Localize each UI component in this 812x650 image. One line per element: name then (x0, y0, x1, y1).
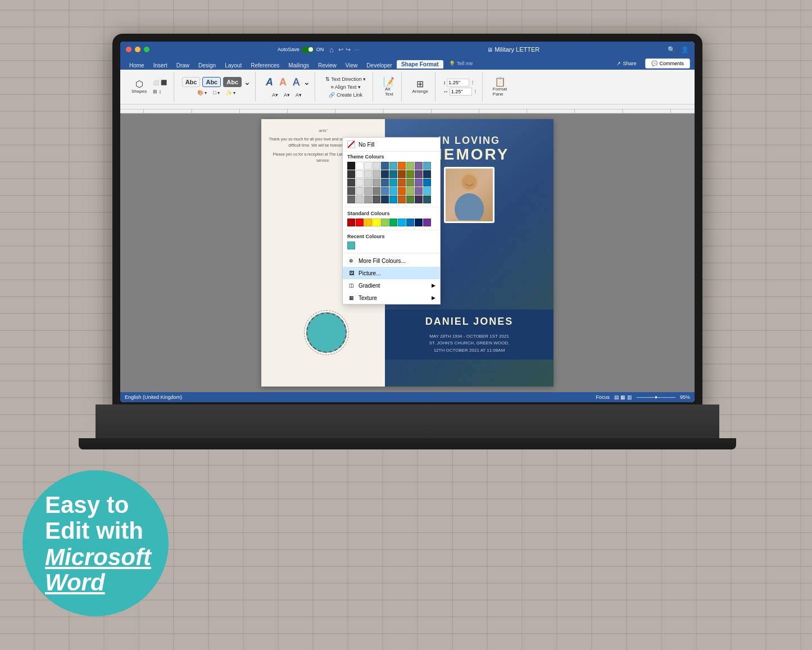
format-pane-btn[interactable]: 📋 FormatPane (491, 76, 509, 98)
account-icon[interactable]: 👤 (681, 46, 689, 53)
align-text-btn[interactable]: ≡ Align Text ▾ (328, 83, 363, 91)
style-more-btn[interactable]: ⌄ (244, 78, 251, 87)
theme-color-swatch[interactable] (381, 187, 389, 195)
theme-color-swatch[interactable] (423, 170, 431, 178)
style-abc2[interactable]: Abc (202, 77, 221, 87)
standard-color-swatch[interactable] (406, 219, 414, 226)
standard-color-swatch[interactable] (347, 219, 355, 226)
close-button[interactable] (126, 47, 131, 52)
autosave-toggle[interactable] (302, 47, 314, 53)
theme-color-swatch[interactable] (398, 162, 406, 170)
theme-color-swatch[interactable] (398, 170, 406, 178)
theme-color-swatch[interactable] (381, 170, 389, 178)
search-icon[interactable]: 🔍 (668, 46, 675, 53)
tab-review[interactable]: Review (314, 61, 341, 70)
text-outline-btn[interactable]: A▾ (282, 91, 292, 99)
standard-color-swatch[interactable] (423, 219, 431, 226)
theme-color-swatch[interactable] (415, 170, 423, 178)
tab-insert[interactable]: Insert (149, 61, 172, 70)
standard-color-swatch[interactable] (373, 219, 380, 226)
theme-color-swatch[interactable] (415, 196, 423, 203)
more-fill-option[interactable]: ⊕ More Fill Colours... (343, 254, 440, 267)
theme-color-swatch[interactable] (356, 187, 364, 195)
tell-me-input[interactable]: Tell me (457, 61, 473, 66)
theme-color-swatch[interactable] (389, 187, 397, 195)
theme-color-swatch[interactable] (356, 162, 364, 170)
create-link-btn[interactable]: 🔗 Create Link (326, 91, 365, 99)
standard-color-swatch[interactable] (364, 219, 372, 226)
standard-color-swatch[interactable] (356, 219, 364, 226)
theme-color-swatch[interactable] (347, 187, 355, 195)
tell-me-icon[interactable]: 💡 (449, 61, 455, 66)
theme-color-swatch[interactable] (389, 170, 397, 178)
gradient-option[interactable]: ◫ Gradient ▶ (343, 279, 440, 292)
standard-color-swatch[interactable] (389, 219, 397, 226)
theme-color-swatch[interactable] (347, 196, 355, 203)
width-input[interactable] (450, 88, 472, 96)
more-icon[interactable]: ··· (354, 46, 359, 53)
picture-option[interactable]: 🖼 Picture... (343, 267, 440, 279)
theme-color-swatch[interactable] (389, 196, 397, 203)
theme-color-swatch[interactable] (364, 179, 372, 187)
recent-color-swatch[interactable] (347, 242, 355, 249)
tab-home[interactable]: Home (125, 61, 149, 70)
standard-color-swatch[interactable] (398, 219, 406, 226)
theme-color-swatch[interactable] (347, 170, 355, 178)
theme-color-swatch[interactable] (389, 162, 397, 170)
no-fill-option[interactable]: No Fill (343, 138, 440, 152)
comments-button[interactable]: 💬 Comments (645, 58, 690, 69)
theme-color-swatch[interactable] (373, 179, 380, 187)
theme-color-swatch[interactable] (423, 187, 431, 195)
theme-color-swatch[interactable] (423, 196, 431, 203)
theme-color-swatch[interactable] (389, 179, 397, 187)
theme-color-swatch[interactable] (406, 170, 414, 178)
tab-references[interactable]: References (246, 61, 284, 70)
texture-option[interactable]: ▦ Texture ▶ (343, 292, 440, 304)
theme-color-swatch[interactable] (406, 196, 414, 203)
zoom-slider[interactable]: ─────●───── (637, 394, 675, 400)
tab-design[interactable]: Design (194, 61, 220, 70)
style-abc1[interactable]: Abc (182, 77, 201, 87)
theme-color-swatch[interactable] (381, 179, 389, 187)
share-button[interactable]: ↗ Share (611, 58, 642, 69)
theme-color-swatch[interactable] (356, 196, 364, 203)
arrange-btn[interactable]: ⊞ Arrange (410, 79, 430, 95)
theme-color-swatch[interactable] (406, 162, 414, 170)
height-input[interactable] (447, 79, 469, 87)
theme-color-swatch[interactable] (415, 179, 423, 187)
wordart-style[interactable]: A (264, 75, 275, 89)
alt-text-btn[interactable]: 📝 AltText (381, 76, 397, 98)
wordart-style2[interactable]: A (277, 75, 289, 89)
theme-color-swatch[interactable] (406, 187, 414, 195)
shape-edit-btn[interactable]: ⬜ ⬛ (151, 79, 169, 87)
home-icon[interactable]: ⌂ (329, 46, 334, 54)
text-fill-btn[interactable]: A▾ (270, 91, 280, 99)
theme-color-swatch[interactable] (364, 187, 372, 195)
color-picker-dropdown[interactable]: No Fill Theme Colours Standard Colours R… (342, 137, 441, 304)
tab-view[interactable]: View (341, 61, 362, 70)
theme-color-swatch[interactable] (398, 179, 406, 187)
theme-color-swatch[interactable] (373, 170, 380, 178)
focus-label[interactable]: Focus (596, 394, 610, 400)
wordart-style3[interactable]: A (291, 75, 302, 89)
shape-fill-btn[interactable]: 🎨▾ (195, 89, 209, 97)
theme-color-swatch[interactable] (415, 162, 423, 170)
redo-icon[interactable]: ↪ (346, 46, 351, 53)
theme-color-swatch[interactable] (356, 170, 364, 178)
theme-color-swatch[interactable] (347, 179, 355, 187)
theme-color-swatch[interactable] (373, 162, 380, 170)
theme-color-swatch[interactable] (364, 170, 372, 178)
theme-color-swatch[interactable] (373, 196, 380, 203)
maximize-button[interactable] (144, 47, 149, 52)
theme-color-swatch[interactable] (381, 162, 389, 170)
standard-color-swatch[interactable] (381, 219, 389, 226)
shapes-dropdown[interactable]: ⬡ Shapes (129, 79, 149, 95)
theme-color-swatch[interactable] (398, 187, 406, 195)
tab-shape-format[interactable]: Shape Format (397, 60, 443, 70)
theme-color-swatch[interactable] (398, 196, 406, 203)
text-direction-btn[interactable]: ⇅ Text Direction ▾ (323, 75, 368, 83)
tab-layout[interactable]: Layout (220, 61, 246, 70)
shape-size-btn[interactable]: ⊞ ↕ (151, 88, 169, 96)
theme-color-swatch[interactable] (347, 162, 355, 170)
theme-color-swatch[interactable] (423, 179, 431, 187)
